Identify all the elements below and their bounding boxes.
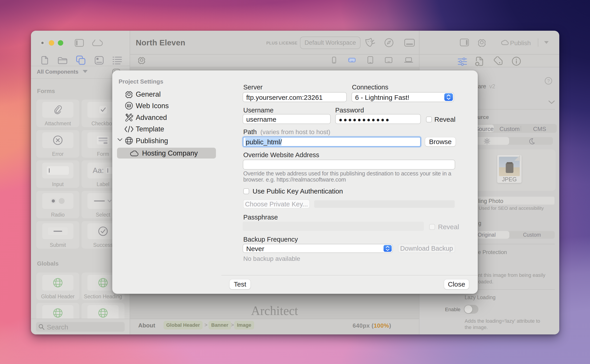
svg-text:?: ? (547, 78, 550, 83)
